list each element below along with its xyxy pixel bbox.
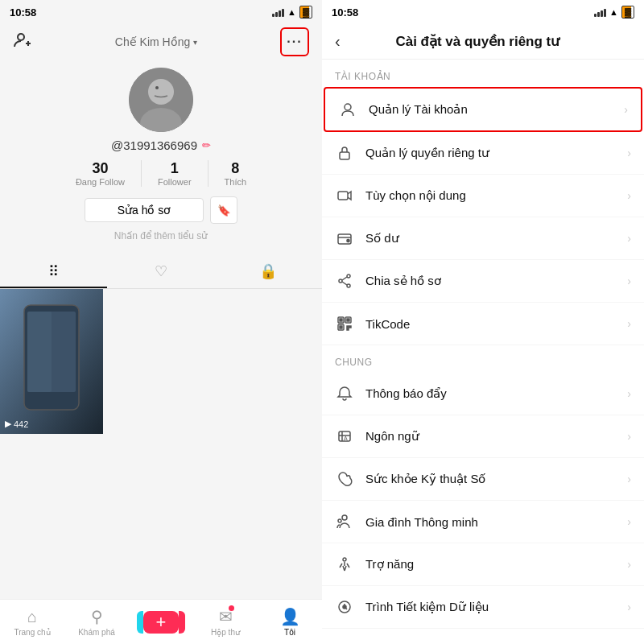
nav-inbox-label: Hộp thư <box>211 628 240 637</box>
left-top-bar: Chế Kim Hồng ▾ ··· <box>0 24 322 60</box>
nav-profile[interactable]: 👤 Tôi <box>258 607 322 637</box>
right-time: 10:58 <box>332 6 358 19</box>
svg-rect-15 <box>347 240 349 242</box>
username-row: @31991366969 ✏ <box>111 138 211 152</box>
following-count: 30 <box>92 160 108 177</box>
right-wifi-icon: ▲ <box>609 7 618 17</box>
settings-manage-account[interactable]: Quản lý Tài khoản › <box>324 87 642 132</box>
likes-count: 8 <box>231 160 239 177</box>
avatar[interactable] <box>129 68 193 132</box>
content-label: Tùy chọn nội dung <box>365 188 627 203</box>
svg-rect-24 <box>340 319 342 321</box>
video-thumbnail[interactable]: ▶ 442 <box>0 289 103 434</box>
nav-discover[interactable]: ⚲ Khám phá <box>64 607 129 637</box>
svg-text:A: A <box>344 436 348 441</box>
arrow-icon-3: › <box>627 232 631 245</box>
stat-following[interactable]: 30 Đang Follow <box>60 160 141 187</box>
home-icon: ⌂ <box>27 608 37 626</box>
family-icon <box>335 512 354 531</box>
right-battery-icon: ▓ <box>621 6 634 19</box>
data-saver-label: Trình Tiết kiệm Dữ liệu <box>365 600 627 614</box>
lock-settings-icon <box>335 143 354 163</box>
tab-private[interactable]: 🔒 <box>215 256 322 288</box>
svg-point-36 <box>343 558 346 561</box>
battery-icon: ▓ <box>299 6 312 19</box>
settings-tikcode[interactable]: TikCode › <box>322 303 644 345</box>
left-time: 10:58 <box>10 6 36 19</box>
nav-inbox[interactable]: ✉ Hộp thư <box>193 607 258 637</box>
arrow-icon-1: › <box>627 147 631 159</box>
settings-notifications[interactable]: Thông báo đẩy › <box>322 373 644 415</box>
followers-count: 1 <box>171 160 179 177</box>
following-label: Đang Follow <box>76 177 125 187</box>
accessibility-label: Trợ năng <box>365 557 627 572</box>
left-panel: 10:58 ▲ ▓ Chế Kim Hồng ▾ <box>0 0 322 644</box>
followers-label: Follower <box>158 177 192 187</box>
bottom-navigation: ⌂ Trang chủ ⚲ Khám phá + ✉ Hộp thư 👤 Tôi <box>0 599 322 644</box>
family-label: Gia đình Thông minh <box>365 515 627 529</box>
settings-accessibility[interactable]: Trợ năng › <box>322 543 644 586</box>
username-text: @31991366969 <box>111 138 197 152</box>
heart-icon: ♡ <box>155 262 167 280</box>
profile-name[interactable]: Chế Kim Hồng ▾ <box>115 35 197 48</box>
stats-row: 30 Đang Follow 1 Follower 8 Thích <box>60 160 262 187</box>
settings-data-saver[interactable]: Trình Tiết kiệm Dữ liệu › <box>322 586 644 629</box>
play-icon: ▶ <box>5 419 11 429</box>
settings-title: Cài đặt và quyền riêng tư <box>347 33 609 50</box>
tab-liked[interactable]: ♡ <box>107 256 214 288</box>
qr-icon <box>335 314 354 333</box>
signal-icon <box>272 7 284 17</box>
bell-icon <box>335 384 354 403</box>
inbox-icon: ✉ <box>219 607 233 626</box>
arrow-icon-8: › <box>627 473 631 485</box>
search-icon: ⚲ <box>91 607 103 626</box>
svg-point-6 <box>155 86 159 89</box>
svg-rect-27 <box>347 326 349 328</box>
settings-content[interactable]: Tùy chọn nội dung › <box>322 175 644 217</box>
video-play-count: ▶ 442 <box>5 419 28 429</box>
profile-icon: 👤 <box>280 607 300 626</box>
nav-home[interactable]: ⌂ Trang chủ <box>0 608 64 637</box>
digital-health-label: Sức khỏe Kỹ thuật Số <box>365 472 627 486</box>
wallet-icon <box>335 229 354 248</box>
svg-point-35 <box>338 519 341 522</box>
nav-profile-label: Tôi <box>284 628 295 637</box>
settings-header: ‹ Cài đặt và quyền riêng tư <box>322 24 644 60</box>
stat-followers[interactable]: 1 Follower <box>141 160 208 187</box>
dropdown-icon: ▾ <box>193 38 197 47</box>
tikcode-label: TikCode <box>365 317 627 331</box>
arrow-icon-6: › <box>627 387 631 400</box>
settings-digital-health[interactable]: Sức khỏe Kỹ thuật Số › <box>322 458 644 501</box>
bookmark-button[interactable]: 🔖 <box>210 196 237 224</box>
svg-point-17 <box>339 279 342 283</box>
svg-line-20 <box>342 282 347 285</box>
right-panel: 10:58 ▲ ▓ ‹ Cài đặt và quyền riêng tư TÀ… <box>322 0 644 644</box>
svg-point-11 <box>345 104 351 110</box>
profile-section: @31991366969 ✏ 30 Đang Follow 1 Follower… <box>0 60 322 256</box>
tab-videos[interactable]: ⠿ <box>0 256 107 288</box>
svg-rect-29 <box>347 328 349 330</box>
likes-label: Thích <box>225 177 247 187</box>
lock-icon: 🔒 <box>259 262 277 280</box>
arrow-icon-2: › <box>627 189 631 202</box>
back-button[interactable]: ‹ <box>335 32 341 51</box>
edit-profile-button[interactable]: Sửa hồ sơ <box>85 198 204 222</box>
add-account-icon[interactable] <box>13 31 32 54</box>
stat-likes[interactable]: 8 Thích <box>208 160 263 187</box>
action-row: Sửa hồ sơ 🔖 <box>85 196 238 224</box>
create-icon: + <box>143 611 179 634</box>
nav-create[interactable]: + <box>129 611 193 634</box>
notifications-label: Thông báo đẩy <box>365 386 627 401</box>
avatar-image <box>129 68 193 132</box>
datasave-icon <box>335 597 354 617</box>
bio-hint[interactable]: Nhấn để thêm tiểu sử <box>114 230 208 242</box>
settings-privacy[interactable]: Quản lý quyền riêng tư › <box>322 132 644 175</box>
settings-language[interactable]: A Ngôn ngữ › <box>322 415 644 458</box>
settings-balance[interactable]: Số dư › <box>322 217 644 260</box>
section-header-account: TÀI KHOẢN <box>322 60 644 87</box>
edit-username-icon[interactable]: ✏ <box>202 139 211 151</box>
settings-family[interactable]: Gia đình Thông minh › <box>322 501 644 543</box>
more-options-button[interactable]: ··· <box>280 27 309 56</box>
settings-share-profile[interactable]: Chia sẻ hồ sơ › <box>322 260 644 303</box>
left-status-bar: 10:58 ▲ ▓ <box>0 0 322 24</box>
